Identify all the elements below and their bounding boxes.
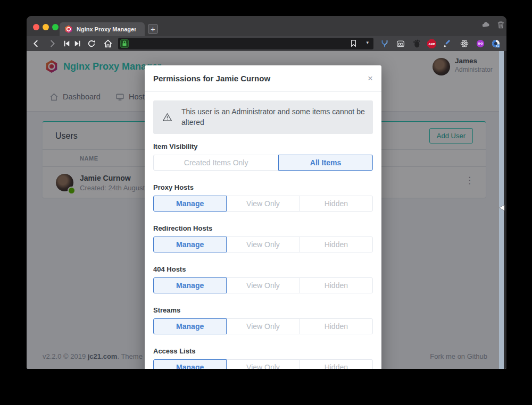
- group-404-hosts: 404 Hosts Manage View Only Hidden: [153, 266, 373, 293]
- option-created-items-only[interactable]: Created Items Only: [153, 155, 279, 171]
- group-label: Redirection Hosts: [153, 225, 373, 232]
- alert-text: This user is an Administrator and some i…: [181, 106, 365, 128]
- group-proxy-hosts: Proxy Hosts Manage View Only Hidden: [153, 184, 373, 212]
- group-streams: Streams Manage View Only Hidden: [153, 307, 373, 334]
- close-window-button[interactable]: [33, 24, 39, 30]
- atom-icon[interactable]: [460, 39, 469, 48]
- browser-titlebar: Nginx Proxy Manager +: [27, 16, 506, 36]
- 404-hosts-selectgroup: Manage View Only Hidden: [153, 277, 373, 293]
- bookmark-icon[interactable]: [350, 39, 358, 47]
- option-hidden[interactable]: Hidden: [300, 318, 373, 334]
- group-item-visibility: Item Visibility Created Items Only All I…: [153, 143, 373, 171]
- access-lists-selectgroup: Manage View Only Hidden: [153, 359, 373, 369]
- group-label: Streams: [153, 307, 373, 314]
- group-label: Proxy Hosts: [153, 184, 373, 191]
- color-picker-icon[interactable]: [443, 39, 452, 48]
- trash-icon[interactable]: [496, 20, 505, 29]
- bookmark-caret-icon[interactable]: ▾: [366, 40, 369, 45]
- browser-window: Nginx Proxy Manager +: [27, 16, 506, 369]
- group-access-lists: Access Lists Manage View Only Hidden: [153, 348, 373, 369]
- tab-title: Nginx Proxy Manager: [77, 26, 136, 32]
- browser-tab[interactable]: Nginx Proxy Manager: [60, 22, 145, 36]
- gnome-foot-icon[interactable]: [412, 39, 421, 48]
- browser-toolbar: ▾ ABP: [27, 36, 506, 51]
- option-view-only[interactable]: View Only: [226, 196, 300, 212]
- proxy-extension-icon[interactable]: [491, 39, 501, 48]
- group-label: Item Visibility: [153, 143, 373, 150]
- modal-header: Permissions for Jamie Curnow ×: [145, 65, 381, 92]
- redirection-hosts-selectgroup: Manage View Only Hidden: [153, 237, 373, 252]
- option-manage[interactable]: Manage: [153, 196, 227, 212]
- option-hidden[interactable]: Hidden: [300, 277, 373, 293]
- visibility-selectgroup: Created Items Only All Items: [153, 155, 373, 171]
- close-icon[interactable]: ×: [368, 74, 373, 83]
- page-viewport: Nginx Proxy Manager James Administrator …: [27, 51, 506, 369]
- streams-selectgroup: Manage View Only Hidden: [153, 318, 373, 334]
- rewind-icon[interactable]: [62, 39, 71, 48]
- option-hidden[interactable]: Hidden: [300, 359, 373, 369]
- option-hidden[interactable]: Hidden: [300, 237, 373, 252]
- zoom-window-button[interactable]: [52, 24, 59, 30]
- purple-extension-icon[interactable]: [476, 39, 485, 48]
- option-hidden[interactable]: Hidden: [300, 196, 373, 212]
- option-all-items[interactable]: All Items: [278, 155, 373, 171]
- option-view-only[interactable]: View Only: [226, 277, 300, 293]
- fork-icon[interactable]: [380, 39, 389, 48]
- url-bar[interactable]: ▾: [118, 38, 373, 49]
- option-view-only[interactable]: View Only: [226, 237, 300, 252]
- modal-title: Permissions for Jamie Curnow: [153, 74, 270, 83]
- npm-favicon-icon: [64, 25, 73, 33]
- group-label: 404 Hosts: [153, 266, 373, 273]
- option-view-only[interactable]: View Only: [226, 359, 300, 369]
- group-redirection-hosts: Redirection Hosts Manage View Only Hidde…: [153, 225, 373, 252]
- modal-body: This user is an Administrator and some i…: [145, 92, 381, 369]
- permissions-modal: Permissions for Jamie Curnow × This user…: [145, 65, 381, 369]
- home-icon[interactable]: [103, 39, 113, 48]
- option-manage[interactable]: Manage: [153, 318, 227, 334]
- warning-icon: [162, 112, 172, 122]
- reload-icon[interactable]: [87, 39, 96, 48]
- abp-icon[interactable]: ABP: [427, 39, 436, 48]
- abp-label: ABP: [428, 43, 435, 46]
- proxy-hosts-selectgroup: Manage View Only Hidden: [153, 196, 373, 212]
- secure-lock-icon[interactable]: [120, 39, 129, 48]
- robot-icon[interactable]: [396, 39, 405, 48]
- option-manage[interactable]: Manage: [153, 277, 227, 293]
- forward-icon[interactable]: [47, 39, 57, 48]
- screenshot-root: { "browser": { "tab_title": "Nginx Proxy…: [0, 0, 532, 405]
- mouse-cursor: [499, 205, 505, 211]
- admin-warning-alert: This user is an Administrator and some i…: [153, 100, 373, 134]
- new-tab-button[interactable]: +: [148, 24, 158, 34]
- group-label: Access Lists: [153, 348, 373, 355]
- option-manage[interactable]: Manage: [153, 359, 227, 369]
- cloud-icon[interactable]: [481, 20, 491, 29]
- fast-forward-icon[interactable]: [73, 39, 82, 48]
- option-manage[interactable]: Manage: [153, 237, 227, 252]
- back-icon[interactable]: [31, 39, 41, 48]
- option-view-only[interactable]: View Only: [226, 318, 300, 334]
- minimize-window-button[interactable]: [43, 24, 49, 30]
